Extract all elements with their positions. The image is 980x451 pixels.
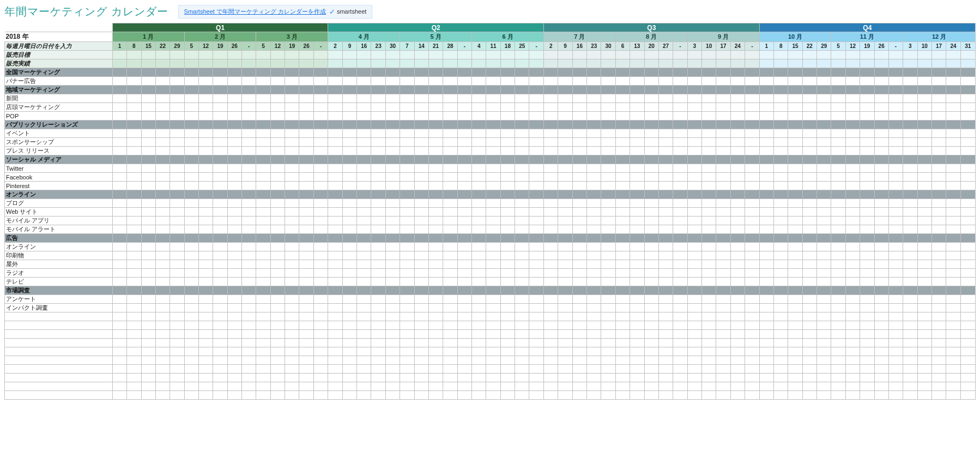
calendar-cell[interactable] <box>658 260 673 269</box>
calendar-cell[interactable] <box>414 382 428 391</box>
calendar-cell[interactable] <box>170 77 184 86</box>
calendar-cell[interactable] <box>213 217 227 225</box>
calendar-cell[interactable] <box>270 312 285 321</box>
calendar-cell[interactable] <box>558 312 572 321</box>
calendar-cell[interactable] <box>716 77 730 86</box>
calendar-cell[interactable] <box>960 59 975 68</box>
calendar-cell[interactable] <box>917 217 931 225</box>
calendar-cell[interactable] <box>658 190 673 199</box>
calendar-cell[interactable] <box>357 190 371 199</box>
calendar-cell[interactable] <box>457 321 471 330</box>
calendar-cell[interactable] <box>357 260 371 269</box>
calendar-cell[interactable] <box>472 347 486 356</box>
calendar-cell[interactable] <box>342 339 356 347</box>
calendar-cell[interactable] <box>256 374 270 382</box>
calendar-cell[interactable] <box>558 243 572 251</box>
calendar-cell[interactable] <box>903 51 917 59</box>
calendar-cell[interactable] <box>658 147 673 155</box>
calendar-cell[interactable] <box>414 199 428 208</box>
calendar-cell[interactable] <box>903 269 917 278</box>
calendar-cell[interactable] <box>529 164 544 173</box>
calendar-cell[interactable] <box>472 77 486 86</box>
calendar-cell[interactable] <box>213 339 227 347</box>
calendar-cell[interactable] <box>788 295 802 304</box>
calendar-cell[interactable] <box>357 121 371 129</box>
calendar-cell[interactable] <box>213 155 227 164</box>
calendar-cell[interactable] <box>544 68 558 77</box>
calendar-cell[interactable] <box>400 304 414 312</box>
calendar-cell[interactable] <box>371 208 385 217</box>
week-date-cell[interactable]: 1 <box>759 42 773 51</box>
calendar-cell[interactable] <box>515 243 529 251</box>
calendar-cell[interactable] <box>730 269 745 278</box>
calendar-cell[interactable] <box>184 59 198 68</box>
calendar-cell[interactable] <box>615 339 630 347</box>
calendar-cell[interactable] <box>931 339 946 347</box>
calendar-cell[interactable] <box>112 374 126 382</box>
calendar-cell[interactable] <box>428 330 443 339</box>
calendar-cell[interactable] <box>472 225 486 234</box>
calendar-cell[interactable] <box>601 199 615 208</box>
calendar-cell[interactable] <box>515 382 529 391</box>
calendar-cell[interactable] <box>931 121 946 129</box>
week-date-cell[interactable]: - <box>745 42 760 51</box>
calendar-cell[interactable] <box>831 391 845 400</box>
calendar-cell[interactable] <box>342 217 356 225</box>
calendar-cell[interactable] <box>788 138 802 147</box>
calendar-cell[interactable] <box>745 260 760 269</box>
calendar-cell[interactable] <box>587 269 601 278</box>
calendar-cell[interactable] <box>630 121 644 129</box>
calendar-cell[interactable] <box>673 94 687 103</box>
calendar-cell[interactable] <box>270 86 285 94</box>
calendar-cell[interactable] <box>141 199 155 208</box>
calendar-cell[interactable] <box>874 112 888 121</box>
calendar-cell[interactable] <box>400 190 414 199</box>
calendar-cell[interactable] <box>299 312 313 321</box>
calendar-cell[interactable] <box>357 68 371 77</box>
calendar-cell[interactable] <box>299 286 313 295</box>
calendar-cell[interactable] <box>860 347 874 356</box>
calendar-cell[interactable] <box>572 199 586 208</box>
calendar-cell[interactable] <box>716 190 730 199</box>
calendar-cell[interactable] <box>601 225 615 234</box>
calendar-cell[interactable] <box>572 94 586 103</box>
calendar-cell[interactable] <box>414 330 428 339</box>
calendar-cell[interactable] <box>342 199 356 208</box>
calendar-cell[interactable] <box>500 182 515 190</box>
calendar-cell[interactable] <box>270 225 285 234</box>
calendar-cell[interactable] <box>745 86 760 94</box>
calendar-cell[interactable] <box>960 164 975 173</box>
calendar-cell[interactable] <box>730 347 745 356</box>
calendar-cell[interactable] <box>141 347 155 356</box>
calendar-cell[interactable] <box>831 51 845 59</box>
calendar-cell[interactable] <box>630 391 644 400</box>
calendar-cell[interactable] <box>184 103 198 112</box>
calendar-cell[interactable] <box>845 347 860 356</box>
calendar-cell[interactable] <box>385 260 400 269</box>
calendar-cell[interactable] <box>428 86 443 94</box>
calendar-cell[interactable] <box>917 155 931 164</box>
calendar-cell[interactable] <box>888 382 903 391</box>
calendar-cell[interactable] <box>874 51 888 59</box>
calendar-cell[interactable] <box>701 86 716 94</box>
week-date-cell[interactable]: 22 <box>155 42 170 51</box>
calendar-cell[interactable] <box>845 356 860 365</box>
calendar-cell[interactable] <box>184 94 198 103</box>
calendar-cell[interactable] <box>687 199 701 208</box>
calendar-cell[interactable] <box>486 339 500 347</box>
calendar-cell[interactable] <box>428 356 443 365</box>
calendar-cell[interactable] <box>400 173 414 182</box>
calendar-cell[interactable] <box>529 121 544 129</box>
calendar-cell[interactable] <box>486 365 500 374</box>
calendar-cell[interactable] <box>759 278 773 286</box>
calendar-cell[interactable] <box>802 278 816 286</box>
calendar-cell[interactable] <box>141 217 155 225</box>
calendar-cell[interactable] <box>428 269 443 278</box>
calendar-cell[interactable] <box>673 234 687 243</box>
calendar-cell[interactable] <box>227 182 241 190</box>
calendar-cell[interactable] <box>544 269 558 278</box>
calendar-cell[interactable] <box>486 121 500 129</box>
calendar-cell[interactable] <box>414 321 428 330</box>
calendar-cell[interactable] <box>888 374 903 382</box>
calendar-cell[interactable] <box>845 182 860 190</box>
